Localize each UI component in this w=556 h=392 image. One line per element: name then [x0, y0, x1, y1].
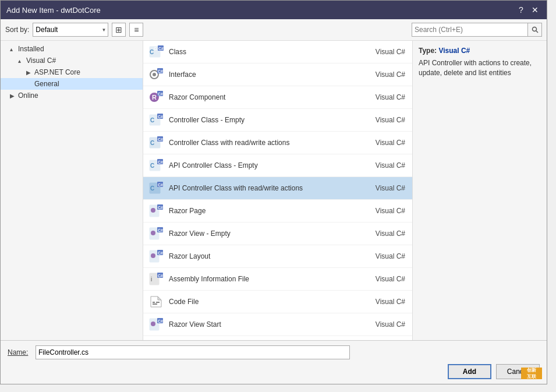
svg-text:C#: C#	[158, 319, 163, 323]
sidebar-item-general[interactable]: General	[1, 78, 143, 90]
sidebar-label-installed: Installed	[18, 45, 44, 53]
item-type: Visual C#	[361, 207, 408, 215]
item-name: Razor Page	[169, 207, 356, 215]
item-type: Visual C#	[361, 229, 408, 238]
close-button[interactable]: ✕	[529, 4, 541, 16]
sidebar-item-visualcsharp[interactable]: ▴ Visual C#	[1, 55, 143, 66]
item-icon-api-controller-rw: C C#	[148, 180, 164, 196]
svg-line-1	[536, 31, 538, 33]
svg-point-53	[151, 322, 155, 326]
svg-text:C#: C#	[158, 251, 163, 255]
svg-point-36	[151, 231, 155, 235]
item-icon-controller-empty: C C#	[148, 112, 164, 128]
list-item[interactable]: C# Razor Layout Visual C#	[143, 245, 412, 268]
item-icon-razor-view-start: C#	[148, 316, 164, 333]
svg-text:C: C	[150, 140, 154, 146]
sort-select-wrap: Default Name Type	[33, 23, 108, 37]
item-type: Visual C#	[361, 161, 408, 169]
svg-point-0	[532, 27, 536, 31]
list-item[interactable]: i C# Assembly Information File Visual C#	[143, 268, 412, 291]
info-panel: Type: Visual C# API Controller with acti…	[413, 41, 547, 340]
grid-view-button[interactable]: ⊞	[112, 23, 126, 37]
watermark: 创新互联	[521, 368, 542, 379]
sidebar-label-visualcsharp: Visual C#	[26, 56, 56, 65]
sidebar-item-aspnetcore[interactable]: ▶ ASP.NET Core	[1, 66, 143, 78]
name-input[interactable]	[36, 345, 350, 359]
svg-text:C: C	[150, 117, 154, 123]
svg-text:C#: C#	[158, 228, 163, 232]
name-label: Name:	[8, 348, 31, 356]
item-type: Visual C#	[361, 252, 408, 260]
search-input[interactable]	[412, 23, 528, 37]
main-area: ▴ Installed ▴ Visual C# ▶ ASP.NET Core G…	[1, 41, 547, 340]
item-icon-api-controller-empty: C C#	[148, 157, 164, 174]
arrow-online: ▶	[10, 93, 16, 99]
item-type: Visual C#	[361, 298, 408, 306]
item-type: Visual C#	[361, 184, 408, 192]
svg-text:C#: C#	[158, 47, 164, 51]
info-type-value: Visual C#	[438, 47, 470, 55]
list-item-selected[interactable]: C C# API Controller Class with read/writ…	[143, 177, 412, 200]
search-box	[412, 23, 542, 37]
watermark-logo: 创新互联	[521, 368, 542, 379]
info-description: API Controller with actions to create, u…	[419, 58, 541, 78]
sidebar-label-general: General	[34, 80, 59, 88]
list-item[interactable]: C# Interface Visual C#	[143, 63, 412, 86]
svg-text:R: R	[152, 94, 157, 101]
dialog-body: Sort by: Default Name Type ⊞ ≡	[1, 19, 547, 384]
help-button[interactable]: ?	[515, 4, 527, 16]
list-item[interactable]: C C# API Controller Class - Empty Visual…	[143, 154, 412, 177]
name-row: Name:	[8, 345, 540, 359]
footer: Name: Add Cancel 创新互联	[1, 340, 547, 384]
svg-text:C#: C#	[158, 69, 163, 73]
svg-text:C#: C#	[158, 183, 163, 187]
list-item[interactable]: C C# Controller Class - Empty Visual C#	[143, 109, 412, 132]
list-item[interactable]: C# Razor View - Empty Visual C#	[143, 223, 412, 245]
list-item[interactable]: C# Razor View Imports Visual C#	[143, 336, 412, 340]
arrow-aspnetcore: ▶	[26, 69, 32, 76]
sort-select[interactable]: Default Name Type	[33, 23, 108, 37]
list-item[interactable]: Code File Visual C#	[143, 291, 412, 313]
search-button[interactable]	[528, 23, 542, 37]
item-name: API Controller Class - Empty	[169, 161, 356, 169]
svg-text:C#: C#	[158, 137, 163, 142]
item-name: API Controller Class with read/write act…	[169, 184, 356, 192]
svg-marker-48	[158, 296, 161, 300]
item-type: Visual C#	[361, 70, 408, 79]
svg-text:C#: C#	[158, 160, 163, 164]
svg-text:C: C	[150, 185, 154, 192]
search-icon	[532, 26, 539, 33]
title-bar-controls: ? ✕	[515, 4, 541, 16]
item-type: Visual C#	[361, 320, 408, 329]
item-icon-razor-component: R C#	[148, 89, 164, 105]
list-item[interactable]: C# Razor Page Visual C#	[143, 200, 412, 223]
item-name: Razor Component	[169, 93, 356, 101]
items-list: C C# C# Class Visual C#	[143, 41, 413, 340]
dialog-title: Add New Item - dwtDotCore	[6, 6, 101, 15]
sidebar-label-online: Online	[18, 91, 38, 100]
item-name: Razor View Start	[169, 320, 356, 329]
svg-point-32	[151, 208, 155, 213]
item-name: Class	[169, 48, 356, 56]
list-item[interactable]: R C# Razor Component Visual C#	[143, 86, 412, 109]
title-bar: Add New Item - dwtDotCore ? ✕	[1, 1, 547, 19]
sidebar-item-installed[interactable]: ▴ Installed	[1, 43, 143, 55]
item-type: Visual C#	[361, 93, 408, 101]
item-type: Visual C#	[361, 48, 408, 56]
item-icon-interface: C#	[148, 66, 164, 83]
list-item[interactable]: C C# Controller Class with read/write ac…	[143, 132, 412, 154]
arrow-visualcsharp: ▴	[18, 58, 24, 64]
sidebar-item-online[interactable]: ▶ Online	[1, 90, 143, 101]
list-item[interactable]: C C# C# Class Visual C#	[143, 41, 412, 63]
list-item[interactable]: C# Razor View Start Visual C#	[143, 313, 412, 336]
arrow-installed: ▴	[10, 46, 16, 52]
add-button[interactable]: Add	[448, 364, 491, 379]
item-name: Controller Class - Empty	[169, 116, 356, 124]
list-view-button[interactable]: ≡	[129, 23, 143, 37]
item-icon-razor-view-empty: C#	[148, 225, 164, 242]
item-type: Visual C#	[361, 139, 408, 147]
item-name: Code File	[169, 298, 356, 306]
item-name: Controller Class with read/write actions	[169, 139, 356, 147]
content-area: C C# C# Class Visual C#	[143, 41, 547, 340]
item-icon-code-file	[148, 294, 164, 310]
